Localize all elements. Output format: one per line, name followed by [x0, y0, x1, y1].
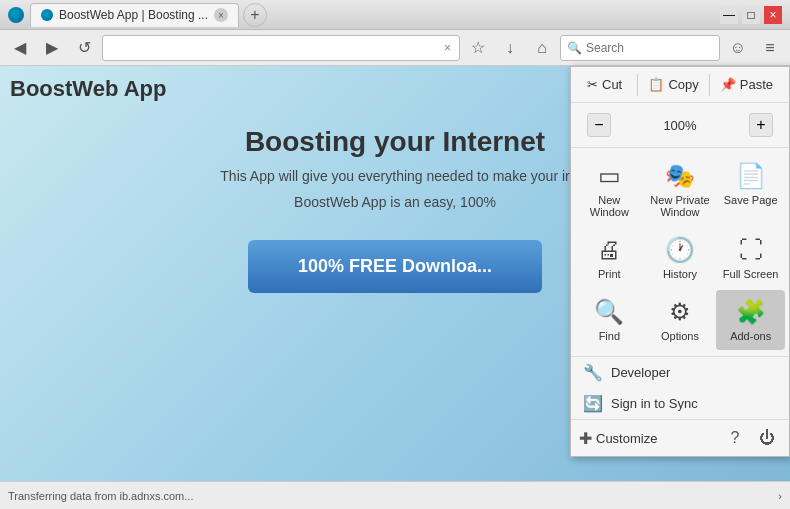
options-label: Options	[661, 330, 699, 342]
search-input[interactable]	[586, 41, 736, 55]
find-button[interactable]: 🔍 Find	[575, 290, 644, 350]
home-button[interactable]: ⌂	[528, 34, 556, 62]
zoom-row: − 100% +	[579, 109, 781, 141]
tab-title: BoostWeb App | Boosting ...	[59, 8, 208, 22]
options-icon: ⚙	[669, 298, 691, 326]
find-icon: 🔍	[594, 298, 624, 326]
firefox-menu: ✂ Cut 📋 Copy 📌 Paste − 100% +	[570, 66, 790, 457]
active-tab[interactable]: BoostWeb App | Boosting ... ×	[30, 3, 239, 27]
print-icon: 🖨	[597, 236, 621, 264]
menu-grid: ▭ New Window 🎭 New Private Window 📄 Save…	[571, 148, 789, 357]
sign-in-label: Sign in to Sync	[611, 396, 698, 411]
maximize-button[interactable]: □	[742, 6, 760, 24]
title-bar-left: BoostWeb App | Boosting ... × +	[8, 3, 267, 27]
status-bar: Transferring data from ib.adnxs.com... ›	[0, 481, 790, 509]
title-bar: BoostWeb App | Boosting ... × + — □ ×	[0, 0, 790, 30]
browser-logo-icon	[8, 7, 24, 23]
new-window-icon: ▭	[598, 162, 621, 190]
new-window-button[interactable]: ▭ New Window	[575, 154, 644, 226]
help-button[interactable]: ?	[721, 424, 749, 452]
new-private-window-label: New Private Window	[650, 194, 711, 218]
minimize-button[interactable]: —	[720, 6, 738, 24]
tab-favicon	[41, 9, 53, 21]
power-button[interactable]: ⏻	[753, 424, 781, 452]
help-icon: ?	[731, 429, 740, 447]
download-button[interactable]: ↓	[496, 34, 524, 62]
paste-icon: 📌	[720, 77, 736, 92]
browser-window: BoostWeb App | Boosting ... × + — □ × ◀ …	[0, 0, 790, 509]
hero-desc2: BoostWeb App is an easy, 100%	[220, 194, 569, 210]
paste-button[interactable]: 📌 Paste	[712, 73, 781, 96]
full-screen-button[interactable]: ⛶ Full Screen	[716, 228, 785, 288]
forward-button[interactable]: ▶	[38, 34, 66, 62]
customize-plus-icon: ✚	[579, 429, 592, 448]
zoom-in-button[interactable]: +	[749, 113, 773, 137]
tab-bar: BoostWeb App | Boosting ... × +	[30, 3, 267, 27]
status-text: Transferring data from ib.adnxs.com...	[8, 490, 193, 502]
history-label: History	[663, 268, 697, 280]
hero-title: Boosting your Internet	[220, 126, 569, 158]
close-button[interactable]: ×	[764, 6, 782, 24]
history-button[interactable]: 🕐 History	[646, 228, 715, 288]
developer-item[interactable]: 🔧 Developer	[571, 357, 789, 388]
tab-close-button[interactable]: ×	[214, 8, 228, 22]
new-private-window-icon: 🎭	[665, 162, 695, 190]
cut-button[interactable]: ✂ Cut	[579, 73, 635, 96]
address-bar[interactable]	[109, 41, 442, 55]
copy-button[interactable]: 📋 Copy	[640, 73, 706, 96]
cta-button[interactable]: 100% FREE Downloa...	[248, 240, 542, 293]
cut-copy-paste-row: ✂ Cut 📋 Copy 📌 Paste	[579, 73, 781, 96]
address-bar-container: ×	[102, 35, 460, 61]
save-page-icon: 📄	[736, 162, 766, 190]
search-bar-container: 🔍	[560, 35, 720, 61]
bookmark-button[interactable]: ☆	[464, 34, 492, 62]
new-window-label: New Window	[579, 194, 640, 218]
window-controls: — □ ×	[720, 6, 782, 24]
full-screen-icon: ⛶	[739, 236, 763, 264]
add-ons-button[interactable]: 🧩 Add-ons	[716, 290, 785, 350]
site-hero: Boosting your Internet This App will giv…	[220, 126, 569, 210]
save-page-button[interactable]: 📄 Save Page	[716, 154, 785, 226]
developer-label: Developer	[611, 365, 670, 380]
account-button[interactable]: ☺	[724, 34, 752, 62]
full-screen-label: Full Screen	[723, 268, 779, 280]
print-button[interactable]: 🖨 Print	[575, 228, 644, 288]
sign-in-item[interactable]: 🔄 Sign in to Sync	[571, 388, 789, 419]
options-button[interactable]: ⚙ Options	[646, 290, 715, 350]
power-icon: ⏻	[759, 429, 775, 447]
add-ons-label: Add-ons	[730, 330, 771, 342]
find-label: Find	[599, 330, 620, 342]
navigation-bar: ◀ ▶ ↺ × ☆ ↓ ⌂ 🔍 ☺ ≡	[0, 30, 790, 66]
divider2	[709, 74, 710, 96]
search-icon: 🔍	[567, 41, 582, 55]
zoom-out-button[interactable]: −	[587, 113, 611, 137]
menu-footer: ✚ Customize ? ⏻	[571, 419, 789, 456]
hero-desc: This App will give you everything needed…	[220, 168, 569, 184]
address-clear-button[interactable]: ×	[442, 41, 453, 55]
menu-button[interactable]: ≡	[756, 34, 784, 62]
new-private-window-button[interactable]: 🎭 New Private Window	[646, 154, 715, 226]
zoom-section: − 100% +	[571, 103, 789, 148]
print-label: Print	[598, 268, 621, 280]
site-logo: BoostWeb App	[10, 76, 166, 102]
divider1	[637, 74, 638, 96]
zoom-value: 100%	[615, 118, 745, 133]
scrollbar-right: ›	[778, 490, 782, 502]
developer-icon: 🔧	[583, 363, 603, 382]
customize-label: Customize	[596, 431, 717, 446]
save-page-label: Save Page	[724, 194, 778, 206]
back-button[interactable]: ◀	[6, 34, 34, 62]
new-tab-button[interactable]: +	[243, 3, 267, 27]
edit-section: ✂ Cut 📋 Copy 📌 Paste	[571, 67, 789, 103]
cut-icon: ✂	[587, 77, 598, 92]
copy-icon: 📋	[648, 77, 664, 92]
add-ons-icon: 🧩	[736, 298, 766, 326]
reload-button[interactable]: ↺	[70, 34, 98, 62]
sign-in-icon: 🔄	[583, 394, 603, 413]
history-icon: 🕐	[665, 236, 695, 264]
